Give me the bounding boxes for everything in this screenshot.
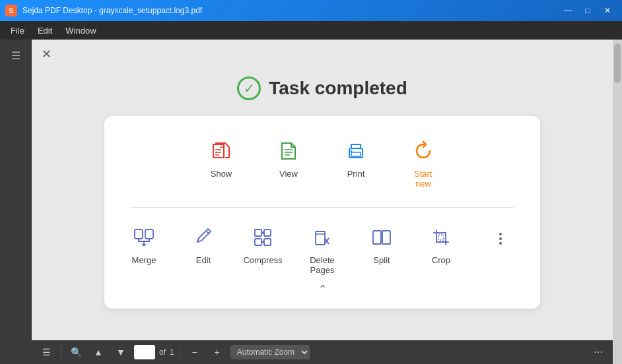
pdf-container: ✕ ✓ Task completed xyxy=(32,40,613,364)
svg-rect-14 xyxy=(382,231,390,244)
divider xyxy=(131,207,514,208)
delete-pages-icon xyxy=(308,224,336,251)
toolbar-sep-1 xyxy=(61,346,61,359)
page-total-label: 1 xyxy=(170,348,174,357)
print-icon xyxy=(342,137,370,165)
page-up-button[interactable]: ▲ xyxy=(89,344,108,360)
action-show[interactable]: Show xyxy=(198,132,244,184)
svg-rect-8 xyxy=(255,239,261,245)
svg-rect-7 xyxy=(264,229,271,236)
action-start-new[interactable]: Start new xyxy=(400,132,446,194)
task-completed-section: ✓ Task completed xyxy=(237,76,407,100)
action-row-primary: Show View xyxy=(131,132,514,194)
svg-rect-13 xyxy=(373,231,381,244)
menu-edit[interactable]: Edit xyxy=(32,24,57,37)
action-crop-label: Crop xyxy=(432,255,450,265)
menu-window[interactable]: Window xyxy=(60,24,101,37)
action-compress-label: Compress xyxy=(243,255,282,265)
sidebar-menu-icon[interactable]: ☰ xyxy=(5,45,26,66)
titlebar-left: S Sejda PDF Desktop - grayscale_setuppac… xyxy=(5,5,202,16)
maximize-button[interactable]: □ xyxy=(578,4,597,17)
start-new-icon xyxy=(409,137,437,165)
action-split-label: Split xyxy=(373,255,390,265)
action-merge[interactable]: Merge xyxy=(121,218,167,270)
titlebar-controls: — □ ✕ xyxy=(559,4,617,17)
action-print[interactable]: Print xyxy=(333,132,379,184)
svg-rect-9 xyxy=(264,239,271,245)
collapse-button[interactable]: ⌃ xyxy=(131,280,514,295)
action-show-label: Show xyxy=(211,169,232,179)
menubar: File Edit Window xyxy=(0,21,622,40)
action-view[interactable]: View xyxy=(265,132,312,184)
action-start-new-label: Start new xyxy=(414,169,432,189)
dot-1 xyxy=(499,233,502,235)
dot-3 xyxy=(499,242,502,245)
svg-point-2 xyxy=(351,150,353,152)
chevron-up-icon: ⌃ xyxy=(318,283,327,295)
toolbar-sep-2 xyxy=(180,346,180,359)
page-down-button[interactable]: ▼ xyxy=(112,344,130,360)
sidebar-toggle-button[interactable]: ☰ xyxy=(37,344,55,360)
zoom-select[interactable]: Automatic Zoom 50% 75% 100% 125% 150% 20… xyxy=(230,345,310,359)
action-more[interactable] xyxy=(477,218,524,255)
titlebar-title: Sejda PDF Desktop - grayscale_setuppact.… xyxy=(22,6,202,15)
action-delete-pages[interactable]: Delete Pages xyxy=(299,218,345,280)
action-delete-pages-label: Delete Pages xyxy=(310,255,335,275)
action-edit-label: Edit xyxy=(196,255,211,265)
svg-rect-15 xyxy=(438,235,444,240)
action-print-label: Print xyxy=(347,169,365,179)
dot-2 xyxy=(499,237,502,240)
close-dialog-button[interactable]: ✕ xyxy=(38,46,54,62)
sidebar: ☰ xyxy=(0,40,32,364)
zoom-in-button[interactable]: + xyxy=(208,344,226,360)
window-close-button[interactable]: ✕ xyxy=(598,4,617,17)
edit-icon xyxy=(190,224,217,251)
zoom-out-button[interactable]: − xyxy=(186,344,204,360)
action-split[interactable]: Split xyxy=(359,218,405,270)
more-dots-icon xyxy=(497,228,504,250)
action-view-label: View xyxy=(279,169,298,179)
page-of-label: of xyxy=(159,348,166,357)
action-edit[interactable]: Edit xyxy=(180,218,226,270)
split-icon xyxy=(368,224,396,251)
action-crop[interactable]: Crop xyxy=(418,218,464,270)
scrollbar-thumb[interactable] xyxy=(614,44,621,83)
main-area: ☰ ✕ ✓ Task completed xyxy=(0,40,622,364)
action-merge-label: Merge xyxy=(132,255,156,265)
bottom-toolbar: ☰ 🔍 ▲ ▼ 1 of 1 − + Automatic Zoom 50% 75… xyxy=(32,340,613,364)
minimize-button[interactable]: — xyxy=(559,4,577,17)
more-options-button[interactable]: ⋯ xyxy=(589,344,607,360)
task-check-icon: ✓ xyxy=(237,76,261,100)
action-compress[interactable]: Compress xyxy=(240,218,286,270)
svg-rect-4 xyxy=(145,229,153,239)
show-icon xyxy=(207,137,235,165)
titlebar: S Sejda PDF Desktop - grayscale_setuppac… xyxy=(0,0,622,21)
search-button[interactable]: 🔍 xyxy=(67,344,85,360)
app-logo: S xyxy=(5,5,17,16)
page-number-input[interactable]: 1 xyxy=(134,345,155,359)
merge-icon xyxy=(130,224,158,251)
task-completed-title: Task completed xyxy=(269,78,407,99)
scrollbar[interactable] xyxy=(613,40,622,364)
crop-icon xyxy=(427,224,455,251)
menu-file[interactable]: File xyxy=(5,24,30,37)
svg-rect-6 xyxy=(255,229,261,236)
action-row-secondary: Merge Edit xyxy=(131,218,514,280)
view-icon xyxy=(275,137,302,165)
svg-rect-3 xyxy=(135,229,143,239)
action-card: Show View xyxy=(104,116,540,309)
compress-icon xyxy=(249,224,277,251)
svg-rect-10 xyxy=(316,231,325,245)
svg-rect-1 xyxy=(351,152,361,156)
